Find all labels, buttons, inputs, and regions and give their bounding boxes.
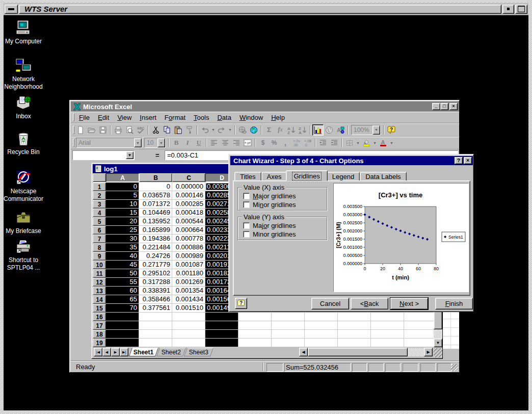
sheet-nav-first[interactable]: |◀ bbox=[94, 348, 102, 356]
back-button[interactable]: < Back bbox=[351, 298, 388, 309]
column-header-C[interactable]: C bbox=[172, 173, 205, 182]
cell-A16[interactable] bbox=[106, 313, 139, 321]
sort-ascending-button[interactable]: AZ bbox=[286, 124, 297, 136]
percent-button[interactable]: % bbox=[269, 137, 280, 148]
decrease-decimal-button[interactable]: +.00.0 bbox=[302, 137, 313, 148]
vscroll-down-arrow[interactable]: ▼ bbox=[434, 339, 442, 347]
cell-B12[interactable]: 0.317288 bbox=[139, 278, 172, 287]
finish-button[interactable]: Finish bbox=[435, 298, 473, 309]
zoom-combo-dropdown[interactable]: ▼ bbox=[373, 125, 380, 135]
cell-C11[interactable]: 0.001180 bbox=[172, 269, 205, 278]
cell-C10[interactable]: 0.001087 bbox=[172, 261, 205, 269]
cell-A18[interactable] bbox=[106, 330, 139, 339]
cell-C4[interactable]: 0.000418 bbox=[172, 209, 205, 217]
increase-indent-button[interactable] bbox=[329, 137, 340, 148]
italic-button[interactable]: I bbox=[182, 137, 193, 148]
cell-B17[interactable] bbox=[139, 321, 172, 330]
dialog-close-button[interactable]: × bbox=[464, 157, 472, 164]
menu-insert[interactable]: Insert bbox=[136, 113, 161, 122]
spelling-button[interactable]: ABC bbox=[135, 124, 146, 136]
cell-C12[interactable]: 0.001269 bbox=[172, 278, 205, 287]
row-header-9[interactable]: 9 bbox=[93, 252, 106, 261]
checkbox-minor-gridlines[interactable] bbox=[243, 231, 250, 238]
undo-button[interactable] bbox=[199, 124, 210, 136]
menu-window[interactable]: Window bbox=[235, 113, 267, 122]
row-header-4[interactable]: 4 bbox=[93, 209, 106, 217]
cell-B6[interactable]: 0.165899 bbox=[139, 226, 172, 235]
map-button[interactable] bbox=[324, 124, 335, 136]
cell-A2[interactable]: 5 bbox=[106, 191, 139, 200]
cell-A17[interactable] bbox=[106, 321, 139, 330]
cell-B7[interactable]: 0.194386 bbox=[139, 235, 172, 243]
cell-J16[interactable] bbox=[404, 313, 434, 321]
cell-G16[interactable] bbox=[305, 313, 338, 321]
cell-D18[interactable] bbox=[205, 330, 238, 339]
cell-A9[interactable]: 40 bbox=[106, 252, 139, 261]
cell-C15[interactable]: 0.001510 bbox=[172, 304, 205, 313]
cell-A14[interactable]: 65 bbox=[106, 295, 139, 304]
web-toolbar-button[interactable] bbox=[248, 124, 259, 136]
cut-button[interactable] bbox=[150, 124, 162, 136]
font-combo-dropdown[interactable]: ▼ bbox=[134, 138, 142, 147]
row-header-14[interactable]: 14 bbox=[93, 295, 106, 304]
hscroll-thumb[interactable] bbox=[308, 348, 408, 356]
menu-edit[interactable]: Edit bbox=[94, 113, 113, 122]
menu-help[interactable]: Help bbox=[267, 113, 289, 122]
cell-A7[interactable]: 30 bbox=[106, 235, 139, 243]
cell-G18[interactable] bbox=[305, 330, 338, 339]
cell-A13[interactable]: 60 bbox=[106, 287, 139, 295]
paste-button[interactable] bbox=[173, 124, 184, 136]
tab-gridlines[interactable]: Gridlines bbox=[286, 170, 327, 181]
excel-minimize-button[interactable]: _ bbox=[432, 103, 440, 110]
cancel-button[interactable]: Cancel bbox=[311, 298, 349, 309]
cell-B13[interactable]: 0.338391 bbox=[139, 287, 172, 295]
cell-E18[interactable] bbox=[238, 330, 272, 339]
cell-B15[interactable]: 0.377561 bbox=[139, 304, 172, 313]
increase-decimal-button[interactable]: +.0.00 bbox=[291, 137, 302, 148]
excel-title-bar[interactable]: Microsoft Excel _ □ × bbox=[71, 101, 459, 112]
cell-D17[interactable] bbox=[205, 321, 238, 330]
status-resize-grip[interactable] bbox=[451, 364, 458, 371]
cell-C8[interactable]: 0.000886 bbox=[172, 243, 205, 252]
wts-restore-button[interactable] bbox=[515, 5, 527, 14]
cell-E19[interactable] bbox=[238, 339, 272, 347]
row-header-1[interactable]: 1 bbox=[93, 183, 106, 191]
excel-close-button[interactable]: × bbox=[449, 103, 458, 110]
formatting-toolbar-grip[interactable] bbox=[73, 139, 74, 147]
new-button[interactable] bbox=[75, 124, 86, 136]
cell-F19[interactable] bbox=[272, 339, 305, 347]
cell-C7[interactable]: 0.000778 bbox=[172, 235, 205, 243]
desktop-icon-my-briefcase[interactable]: My Briefcase bbox=[0, 209, 47, 235]
workbook-resize-grip[interactable] bbox=[434, 348, 442, 357]
sheet-tab-sheet3[interactable]: Sheet3 bbox=[184, 348, 214, 356]
cell-C3[interactable]: 0.000285 bbox=[172, 200, 205, 209]
cell-J19[interactable] bbox=[404, 339, 434, 347]
row-header-6[interactable]: 6 bbox=[93, 226, 106, 235]
checkbox-major-gridlines[interactable] bbox=[243, 193, 250, 199]
size-combo-dropdown[interactable]: ▼ bbox=[157, 138, 165, 147]
fmt-dropdown-arrow[interactable]: ▼ bbox=[355, 137, 361, 148]
row-header-3[interactable]: 3 bbox=[93, 200, 106, 209]
cell-C2[interactable]: 0.000146 bbox=[172, 191, 205, 200]
bold-button[interactable]: B bbox=[171, 137, 182, 148]
cell-C19[interactable] bbox=[172, 339, 205, 347]
cell-B19[interactable] bbox=[139, 339, 172, 347]
cell-H16[interactable] bbox=[338, 313, 371, 321]
cell-I16[interactable] bbox=[371, 313, 404, 321]
row-header-11[interactable]: 11 bbox=[93, 269, 106, 278]
row-header-15[interactable]: 15 bbox=[93, 304, 106, 313]
row-header-18[interactable]: 18 bbox=[93, 330, 106, 339]
menu-tools[interactable]: Tools bbox=[190, 113, 213, 122]
cell-C14[interactable]: 0.001434 bbox=[172, 295, 205, 304]
desktop-icon-shortcut-sptlp04[interactable]: Shortcut toSPTLP04 ... bbox=[0, 238, 47, 272]
dialog-help-titlebar-button[interactable]: ? bbox=[455, 157, 463, 164]
wts-minimize-button[interactable] bbox=[5, 5, 18, 14]
menu-file[interactable]: File bbox=[75, 113, 94, 122]
cell-A6[interactable]: 25 bbox=[106, 226, 139, 235]
cell-I17[interactable] bbox=[371, 321, 404, 330]
tab-legend[interactable]: Legend bbox=[327, 172, 360, 181]
row-header-19[interactable]: 19 bbox=[93, 339, 106, 347]
redo-button[interactable] bbox=[216, 124, 227, 136]
chart-wizard-button[interactable] bbox=[312, 124, 324, 136]
wts-title-panel[interactable]: WTS Server bbox=[19, 5, 501, 14]
